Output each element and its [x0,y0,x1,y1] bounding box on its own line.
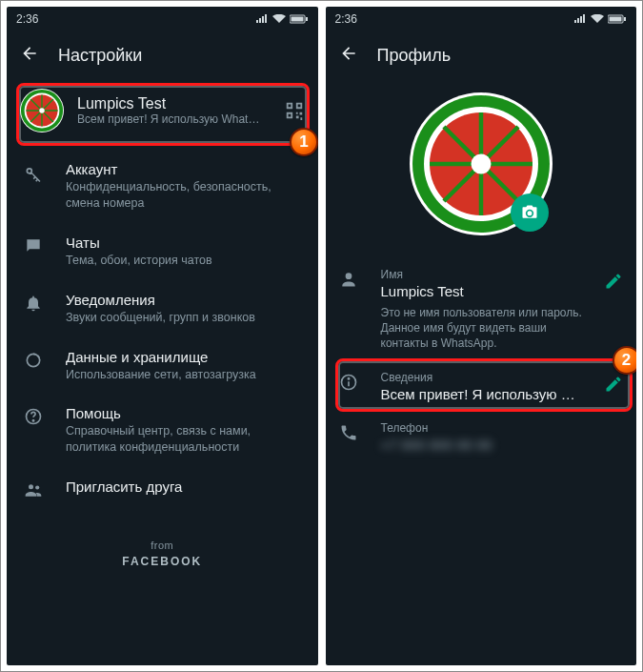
back-icon[interactable] [20,44,39,67]
page-title: Настройки [58,46,142,66]
help-icon [24,407,45,430]
key-icon [24,163,45,186]
app-bar: Настройки [7,31,318,79]
qr-icon[interactable] [284,100,305,121]
status-bar: 2:36 [326,7,637,31]
person-icon [339,270,360,293]
svg-point-10 [39,108,45,113]
status-icons [573,14,627,24]
svg-point-13 [32,420,33,421]
svg-rect-18 [624,17,626,21]
people-icon [24,480,45,503]
status-icons [255,14,309,24]
phone-icon [339,423,360,446]
status-bar: 2:36 [7,7,318,31]
svg-point-27 [345,273,352,279]
back-icon[interactable] [339,44,358,67]
svg-rect-1 [291,17,303,22]
item-help[interactable]: Помощь Справочный центр, связь с нами, п… [7,394,318,467]
svg-point-26 [471,154,491,174]
app-bar: Профиль [326,31,637,79]
bell-icon [24,294,45,316]
edit-icon[interactable] [604,375,623,394]
item-data[interactable]: Данные и хранилище Использование сети, а… [7,337,318,395]
profile-row[interactable]: Lumpics Test Всем привет! Я использую Wh… [7,79,318,142]
phone-value: +7 000 000 00 00 [381,437,624,453]
status-time: 2:36 [16,12,38,26]
name-row[interactable]: Имя Lumpics Test Это не имя пользователя… [339,258,624,361]
data-icon [24,351,45,374]
svg-rect-2 [306,17,308,21]
camera-fab[interactable] [511,193,549,232]
about-row[interactable]: Сведения Всем привет! Я использую WhatsA… [339,361,624,412]
item-chats[interactable]: Чаты Тема, обои, история чатов [7,223,318,280]
edit-icon[interactable] [604,272,623,291]
settings-screen: 2:36 Настройки [7,7,318,665]
name-value: Lumpics Test [381,283,584,299]
profile-screen: 2:36 Профиль [326,7,637,665]
status-time: 2:36 [335,12,357,26]
item-account[interactable]: Аккаунт Конфиденциальность, безопасность… [7,150,318,223]
page-title: Профиль [377,46,452,66]
phone-row[interactable]: Телефон +7 000 000 00 00 [339,412,624,462]
footer: from FACEBOOK [7,522,318,585]
profile-name: Lumpics Test [77,95,271,112]
item-invite[interactable]: Пригласить друга [7,467,318,515]
profile-status: Всем привет! Я использую What… [77,112,271,126]
item-notifications[interactable]: Уведомления Звуки сообщений, групп и зво… [7,280,318,337]
svg-point-14 [29,484,33,489]
svg-point-15 [35,486,39,490]
settings-list: Аккаунт Конфиденциальность, безопасность… [7,142,318,522]
about-value: Всем привет! Я использую WhatsA… [381,386,584,402]
info-icon [339,373,360,396]
chat-icon [24,236,45,259]
avatar[interactable] [20,89,64,132]
svg-point-30 [348,377,349,378]
avatar-large[interactable] [410,92,553,235]
svg-rect-17 [610,17,622,22]
